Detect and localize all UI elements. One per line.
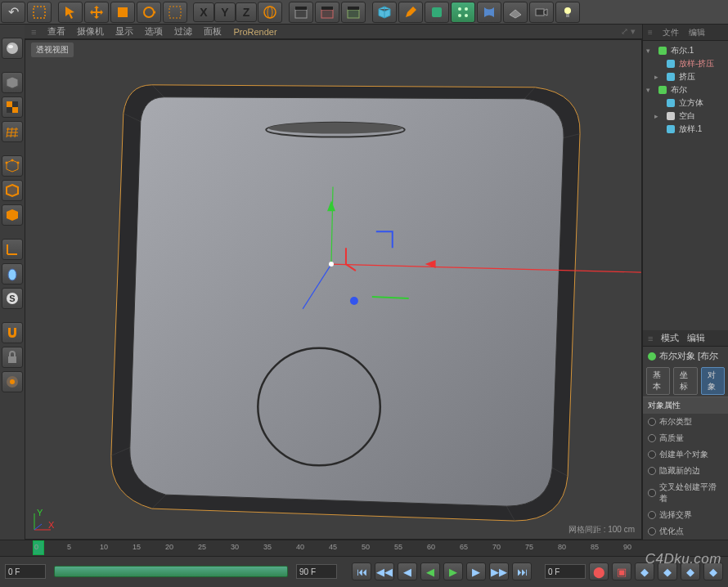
key-pos-button[interactable]: ◆ [635,562,654,580]
attribute-row[interactable]: 优化点 [643,523,728,540]
radio-icon[interactable] [648,489,656,497]
radio-icon[interactable] [648,511,656,519]
workplane-button[interactable] [2,121,23,142]
axis-y-button[interactable]: Y [214,2,236,22]
scale-button[interactable] [110,2,135,23]
point-mode-button[interactable] [2,155,23,177]
tree-item[interactable]: ▸空白 [645,110,726,123]
tree-toggle-icon[interactable]: ▸ [654,112,663,120]
radio-icon[interactable] [648,450,656,459]
attribute-row[interactable]: 高质量 [643,430,728,446]
view-menu-panel[interactable]: 面板 [204,25,222,38]
tree-item[interactable]: ▸挤压 [645,70,726,83]
magnet-button[interactable] [2,322,23,343]
nurbs-button[interactable] [425,2,449,23]
attr-tab[interactable]: 坐标 [673,367,697,395]
view-menu-view[interactable]: 查看 [47,25,65,38]
play-back-button[interactable]: ◀ [420,562,440,580]
axis-x-button[interactable]: X [193,2,214,22]
view-menu-display[interactable]: 显示 [115,25,133,38]
next-frame-button[interactable]: ▶ [466,562,486,580]
undo-button[interactable]: ↶ [1,2,25,23]
lasso-button[interactable] [163,2,187,23]
snap-button[interactable]: S [2,288,23,309]
tree-toggle-icon[interactable]: ▾ [646,86,654,94]
view-menu-prorender[interactable]: ProRender [233,27,276,37]
radio-icon[interactable] [648,434,656,442]
attribute-row[interactable]: 隐藏新的边 [643,463,728,479]
tree-toggle-icon[interactable]: ▸ [654,73,663,81]
tree-item[interactable]: 放样.1 [645,123,726,136]
attr-tab[interactable]: 基本 [646,367,670,395]
file-menu[interactable]: 文件 [663,27,679,38]
tree-item-label: 空白 [679,110,695,122]
light-button[interactable] [555,2,580,23]
render-button[interactable] [289,2,313,23]
attribute-row[interactable]: 布尔类型 [643,414,728,430]
generator-button[interactable] [451,2,475,23]
poly-mode-button[interactable] [2,204,23,226]
tree-toggle-icon[interactable]: ▾ [646,47,654,55]
goto-start-button[interactable]: ⏮ [352,562,371,580]
deformer-button[interactable] [477,2,501,23]
camera-button[interactable] [529,2,554,23]
attr-tab[interactable]: 对象 [701,367,725,395]
timeline-range-bar[interactable] [54,566,288,577]
clapper3-icon [346,5,361,20]
tweak-button[interactable] [2,263,23,285]
lock-button[interactable] [2,347,23,368]
viewport-3d[interactable]: 网格间距 : 100 cm Y X [25,39,642,540]
attribute-panel-header: ≡ 模式 编辑 [643,330,728,347]
environment-button[interactable] [503,2,528,23]
view-menu-camera[interactable]: 摄像机 [77,25,104,38]
key-scale-button[interactable]: ◆ [681,562,700,580]
tree-item[interactable]: ▾布尔 [645,83,726,96]
primitive-button[interactable] [372,2,397,23]
autokey-button[interactable]: ▣ [612,562,631,580]
world-button[interactable] [258,2,282,23]
key-rot-button[interactable]: ◆ [658,562,677,580]
edit-menu[interactable]: 编辑 [689,27,705,38]
texture-mode-button[interactable] [2,96,23,118]
model-mode-button[interactable] [2,72,23,93]
make-editable-button[interactable] [2,38,23,59]
edit-menu-2[interactable]: 编辑 [687,332,705,344]
play-button[interactable]: ▶ [443,562,463,580]
start-frame-input[interactable] [5,564,46,579]
attribute-row[interactable]: 创建单个对象 [643,446,728,463]
view-menu-filter[interactable]: 过滤 [174,25,192,38]
view-menu-options[interactable]: 选项 [145,25,163,38]
axis-tool-button[interactable] [2,239,23,260]
attribute-row[interactable]: 选择交界 [643,507,728,523]
attribute-row[interactable]: 交叉处创建平滑着 [643,479,728,507]
edge-mode-button[interactable] [2,180,23,201]
radio-icon[interactable] [648,467,656,475]
current-frame-input[interactable] [545,564,586,579]
tree-item[interactable]: ▾布尔.1 [645,44,726,57]
prev-frame-button[interactable]: ◀ [398,562,417,580]
radio-icon[interactable] [648,527,656,535]
record-button[interactable]: ⬤ [589,562,609,580]
tree-item[interactable]: 放样-挤压 [645,57,726,70]
end-frame-input[interactable] [296,564,337,579]
move-button[interactable] [84,2,109,23]
cursor-button[interactable] [58,2,83,23]
goto-end-button[interactable]: ⏭ [512,562,532,580]
render-region-button[interactable] [315,2,339,23]
key-pla-button[interactable]: ◆ [703,562,723,580]
axis-z-button[interactable]: Z [236,2,257,22]
soft-select-button[interactable] [2,371,23,392]
object-tree[interactable]: ▾布尔.1放样-挤压▸挤压▾布尔立方体▸空白放样.1 [643,41,728,155]
prev-key-button[interactable]: ◀◀ [375,562,394,580]
radio-icon[interactable] [648,418,656,426]
timeline-ruler[interactable]: 051015202530354045505560657075808590 [0,540,728,557]
mode-menu[interactable]: 模式 [661,332,679,344]
live-select-button[interactable] [27,2,52,23]
rotate-button[interactable] [137,2,161,23]
timeline-tick: 65 [460,543,468,551]
next-key-button[interactable]: ▶▶ [489,562,509,580]
tree-item[interactable]: 立方体 [645,96,726,110]
move-icon [89,5,104,20]
pen-button[interactable] [398,2,423,23]
render-settings-button[interactable] [341,2,366,23]
